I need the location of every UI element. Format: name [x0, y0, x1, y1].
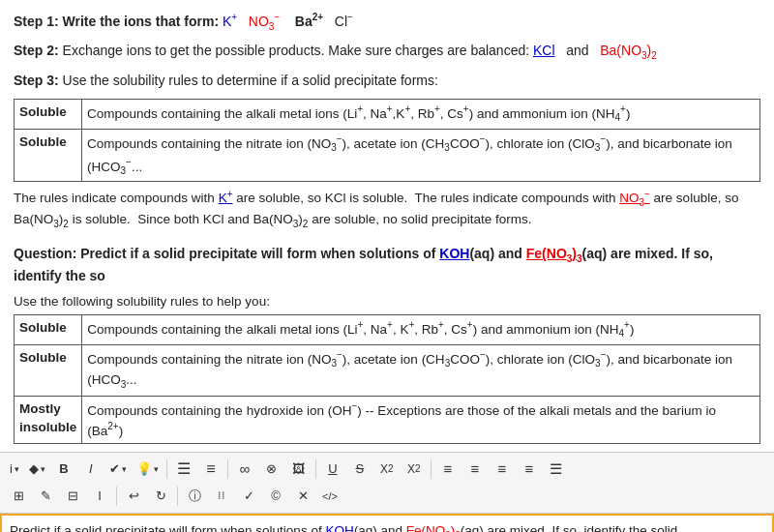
code-view-button[interactable]: </>: [317, 484, 342, 509]
table-row: Soluble Compounds containing the alkali …: [15, 100, 760, 130]
step1-label: Step 1: Write the ions that form:: [14, 14, 223, 29]
image-button[interactable]: 🖼: [286, 457, 312, 482]
soluble-content-2: Compounds containing the nitrate ion (NO…: [82, 129, 760, 181]
subscript-button[interactable]: X2: [374, 457, 400, 482]
superscript-button[interactable]: X2: [402, 457, 427, 482]
soluble2-content-2: Compounds containing the nitrate ion (NO…: [82, 344, 760, 396]
lightbulb-dropdown[interactable]: 💡 ▾: [133, 457, 163, 482]
special-chars-button[interactable]: ⁞⁞: [209, 484, 234, 509]
sep6: [177, 487, 178, 506]
close-button[interactable]: ✕: [290, 484, 315, 509]
step3-line: Step 3: Use the solubility rules to dete…: [14, 71, 760, 91]
table-row: Mostlyinsoluble Compounds containing the…: [15, 396, 760, 443]
table-row: Soluble Compounds containing the alkali …: [15, 314, 760, 344]
k-ion-ref: K+: [219, 191, 233, 205]
ion-no3: NO3−: [249, 14, 280, 29]
no3-ion-ref: NO3−: [619, 191, 650, 205]
special-chevron: ▾: [41, 464, 45, 474]
unlink-button[interactable]: ⊗: [259, 457, 284, 482]
align-right-button[interactable]: ≡: [490, 457, 515, 482]
question-text: Question: Predict if a solid precipitate…: [14, 244, 760, 286]
solubility-table-2: Soluble Compounds containing the alkali …: [14, 314, 760, 444]
toolbar-row-2: ⊞ ✎ ⊟ I ↩ ↻ ⓘ ⁞⁞ ✓ © ✕ </>: [6, 484, 768, 509]
unordered-list-button[interactable]: ≡: [198, 457, 223, 482]
step3-text: Use the solubility rules to determine if…: [63, 73, 438, 88]
editor-aq2: (aq) are mixed. If so, identify the soli…: [461, 523, 681, 532]
toolbar-row-1: i ▾ ◆ ▾ B I ✔ ▾ 💡 ▾ ☰ ≡ ∞ ⊗ 🖼 U S X2 X2 …: [6, 457, 768, 482]
redo-button[interactable]: ↻: [148, 484, 173, 509]
ion-cl: Cl−: [335, 14, 353, 29]
editor-feno3: Fe(NO3)3: [406, 523, 461, 532]
question-label: Question:: [14, 246, 76, 261]
underline-button[interactable]: U: [320, 457, 345, 482]
ordered-list-button[interactable]: ☰: [171, 457, 196, 482]
special-dropdown[interactable]: ◆ ▾: [25, 457, 49, 482]
italic-button[interactable]: I: [78, 457, 104, 482]
align-center-button[interactable]: ≡: [462, 457, 488, 482]
content-area: Step 1: Write the ions that form: K+ NO3…: [0, 0, 774, 444]
mostly-label: Mostlyinsoluble: [15, 396, 82, 443]
link-button[interactable]: ∞: [232, 457, 257, 482]
koh-ref: KOH: [439, 246, 469, 261]
sep4: [431, 459, 432, 479]
lightbulb-label: 💡: [136, 461, 152, 476]
soluble-label-1: Soluble: [15, 100, 82, 130]
info-button[interactable]: ⓘ: [182, 484, 207, 509]
step1-ions: K+ NO3− Ba2+ Cl−: [223, 14, 353, 29]
step2-text: Exchange ions to get the possible produc…: [63, 43, 533, 58]
sep3: [315, 459, 316, 479]
step2-bano3: Ba(NO3)2: [600, 43, 657, 58]
step2-label: Step 2:: [14, 43, 63, 58]
editor-aq1: (aq) and: [354, 523, 406, 532]
ion-k: K+: [223, 14, 237, 29]
sep5: [116, 487, 117, 506]
checkmark-label: ✔: [109, 461, 120, 476]
sep2: [227, 459, 228, 479]
align-left-button[interactable]: ≡: [435, 457, 461, 482]
mostly-content: Compounds containing the hydroxide ion (…: [82, 396, 760, 443]
solubility-table-1: Soluble Compounds containing the alkali …: [14, 99, 760, 182]
question-body: Predict if a solid precipitate will form…: [14, 246, 713, 283]
soluble2-label-1: Soluble: [15, 314, 82, 344]
soluble-label-2: Soluble: [15, 129, 82, 181]
rules-text-1: The rules indicate compounds with K+ are…: [14, 186, 760, 230]
step1-line: Step 1: Write the ions that form: K+ NO3…: [14, 10, 760, 33]
checkmark-dropdown[interactable]: ✔ ▾: [105, 457, 131, 482]
step2-kcl: KCl: [533, 43, 555, 58]
editor-area[interactable]: Predict if a solid precipitate will form…: [0, 514, 774, 532]
soluble2-content-1: Compounds containing the alkali metal io…: [82, 314, 760, 344]
check-button[interactable]: ✓: [236, 484, 261, 509]
insert-dropdown[interactable]: i ▾: [6, 457, 23, 482]
outdent-button[interactable]: ☰: [544, 457, 569, 482]
bold-button[interactable]: B: [51, 457, 76, 482]
checkmark-chevron: ▾: [122, 464, 127, 474]
step3-label: Step 3:: [14, 73, 63, 88]
indent-button[interactable]: ≡: [517, 457, 542, 482]
show-blocks-button[interactable]: I: [87, 484, 112, 509]
editor-static-text: Predict if a solid precipitate will form…: [10, 523, 325, 532]
strikethrough-button[interactable]: S: [347, 457, 372, 482]
feno3-ref: Fe(NO3)3: [526, 246, 582, 261]
undo-button[interactable]: ↩: [121, 484, 146, 509]
table-insert-button[interactable]: ⊞: [6, 484, 31, 509]
table-layout-button[interactable]: ⊟: [60, 484, 85, 509]
editor-koh: KOH: [325, 523, 353, 532]
step2-line: Step 2: Exchange ions to get the possibl…: [14, 41, 760, 63]
step2-and: and: [558, 43, 596, 58]
table-row: Soluble Compounds containing the nitrate…: [15, 344, 760, 396]
insert-label: i: [10, 461, 13, 476]
edit-button[interactable]: ✎: [33, 484, 58, 509]
special-label: ◆: [29, 461, 39, 476]
lightbulb-chevron: ▾: [154, 464, 159, 474]
toolbar: i ▾ ◆ ▾ B I ✔ ▾ 💡 ▾ ☰ ≡ ∞ ⊗ 🖼 U S X2 X2 …: [0, 452, 774, 514]
table-row: Soluble Compounds containing the nitrate…: [15, 129, 760, 181]
ion-ba: Ba2+: [295, 14, 323, 29]
sep1: [166, 459, 167, 479]
soluble2-label-2: Soluble: [15, 344, 82, 396]
soluble-content-1: Compounds containing the alkali metal io…: [82, 100, 760, 130]
use-rules-text: Use the following solubility rules to he…: [14, 294, 760, 309]
question-block: Question: Predict if a solid precipitate…: [14, 244, 760, 286]
insert-chevron: ▾: [15, 464, 19, 474]
copyright-button[interactable]: ©: [263, 484, 288, 509]
